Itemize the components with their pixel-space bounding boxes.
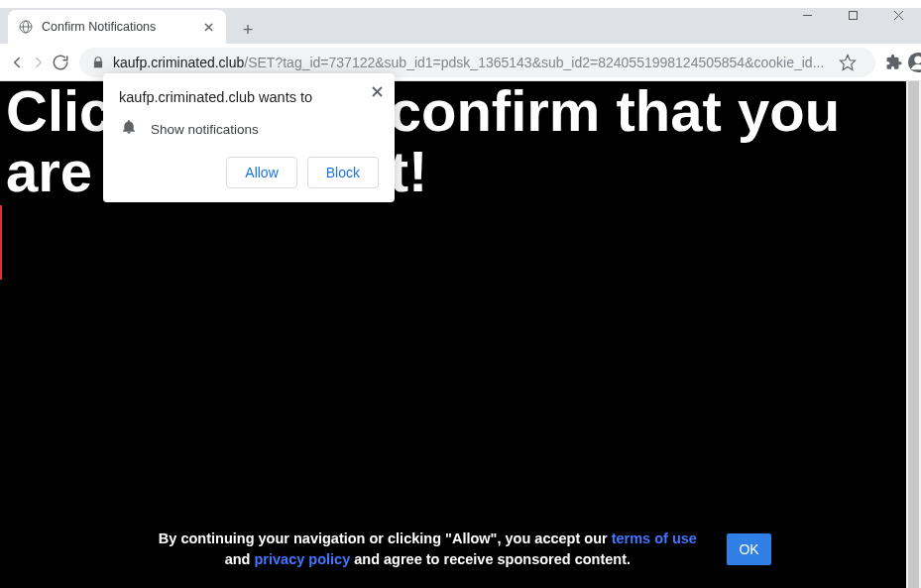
bookmark-star-icon[interactable]	[832, 47, 863, 78]
reload-button[interactable]	[52, 48, 69, 77]
window-controls	[784, 0, 921, 30]
address-bar[interactable]: kaufp.criminated.club/SET?tag_id=737122&…	[79, 48, 875, 77]
consent-ok-button[interactable]: OK	[727, 533, 770, 565]
back-button[interactable]	[8, 48, 26, 77]
consent-post: and agree to receive sponsored content.	[350, 551, 631, 567]
popup-close-button[interactable]	[369, 83, 385, 99]
scrollbar-thumb[interactable]	[908, 81, 919, 588]
left-edge-accent	[0, 205, 2, 280]
terms-of-use-link[interactable]: terms of use	[612, 530, 697, 546]
tab-bar: Confirm Notifications +	[0, 8, 921, 44]
consent-pre: By continuing your navigation or clickin…	[159, 530, 612, 546]
window-maximize-button[interactable]	[830, 0, 875, 30]
new-tab-button[interactable]: +	[234, 16, 262, 44]
extensions-icon[interactable]	[885, 47, 903, 78]
permission-item-label: Show notifications	[151, 122, 259, 137]
vertical-scrollbar[interactable]	[906, 81, 921, 588]
privacy-policy-link[interactable]: privacy policy	[255, 551, 351, 567]
consent-text: By continuing your navigation or clickin…	[150, 529, 705, 570]
window-titlebar	[0, 0, 921, 8]
tab-title: Confirm Notifications	[42, 20, 192, 34]
permission-prompt-text: kaufp.criminated.club wants to	[119, 89, 379, 105]
tab-close-button[interactable]	[200, 19, 216, 35]
permission-item-row: Show notifications	[119, 119, 379, 139]
url-path: /SET?tag_id=737122&sub_id1=pdsk_1365143&…	[244, 55, 824, 70]
notification-permission-popup: kaufp.criminated.club wants to Show noti…	[103, 73, 395, 202]
lock-icon	[91, 56, 105, 69]
svg-marker-9	[841, 55, 856, 69]
svg-rect-1	[849, 11, 857, 19]
consent-bar: By continuing your navigation or clickin…	[0, 529, 921, 570]
url-domain: kaufp.criminated.club	[113, 55, 244, 70]
profile-avatar-icon[interactable]	[907, 47, 921, 78]
allow-button[interactable]: Allow	[226, 157, 296, 188]
bell-icon	[121, 119, 137, 139]
window-close-button[interactable]	[875, 0, 921, 30]
permission-button-row: Allow Block	[119, 157, 379, 188]
window-minimize-button[interactable]	[784, 0, 830, 30]
url-text: kaufp.criminated.club/SET?tag_id=737122&…	[113, 55, 824, 70]
browser-tab[interactable]: Confirm Notifications	[8, 10, 226, 44]
block-button[interactable]: Block	[307, 157, 379, 188]
consent-mid: and	[225, 551, 255, 567]
forward-button[interactable]	[30, 48, 48, 77]
globe-icon	[18, 19, 34, 35]
